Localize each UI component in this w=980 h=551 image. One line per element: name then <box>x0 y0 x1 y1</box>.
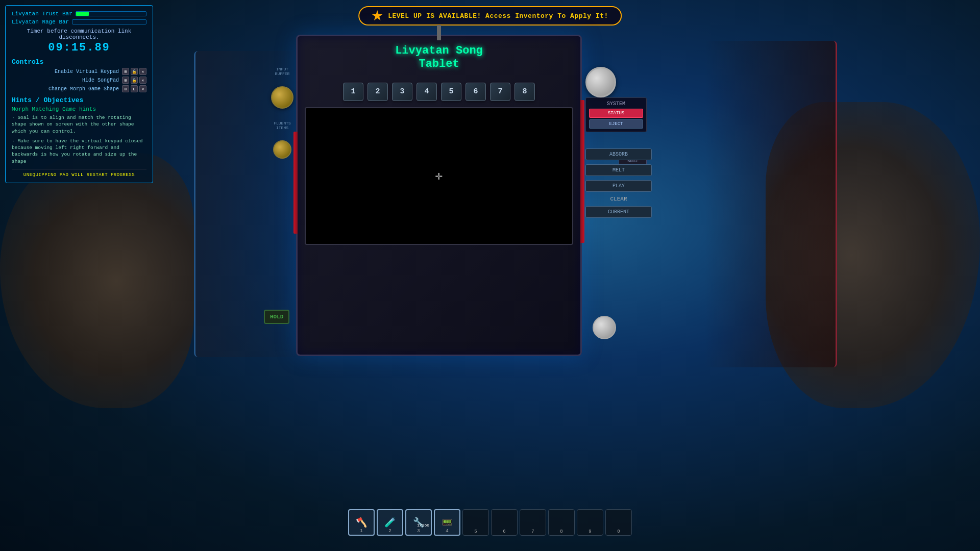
control-row-keypad: Enable Virtual Keypad ⊞ 🔒 ✕ <box>12 68 146 75</box>
hotbar-num-4: 4 <box>446 529 448 534</box>
rage-bar-label: Livyatan Rage Bar <box>12 19 69 25</box>
key-icon-4: ⊞ <box>122 77 129 84</box>
hud-panel: Livyatan Trust Bar Livyatan Rage Bar Tim… <box>5 5 153 183</box>
key-icon-6: ✕ <box>139 77 146 84</box>
hotbar-slot-1[interactable]: 🪓 1 <box>348 509 375 536</box>
control-keys-keypad: ⊞ 🔒 ✕ <box>122 68 146 75</box>
system-eject-btn[interactable]: EJECT <box>589 119 643 129</box>
right-button-panel: ABSORB MELT PLAY CLEAR CURRENT <box>585 148 652 218</box>
crosshair-icon: ✛ <box>435 168 443 183</box>
levelup-banner[interactable]: LEVEL UP IS AVAILABLE! Access Inventory … <box>358 6 622 26</box>
axe-icon: 🪓 <box>356 517 367 528</box>
control-keys-morph: ⊞ E ✕ <box>122 85 146 92</box>
hotbar-num-8: 8 <box>560 529 562 534</box>
num-btn-3[interactable]: 3 <box>392 83 412 101</box>
num-btn-8[interactable]: 8 <box>514 83 535 101</box>
control-row-hide: Hide SongPad ⊞ 🔒 ✕ <box>12 77 146 84</box>
hotbar-slot-3[interactable]: 🔧 1/260 3 <box>405 509 432 536</box>
num-btn-5[interactable]: 5 <box>441 83 461 101</box>
num-btn-7[interactable]: 7 <box>490 83 510 101</box>
hotbar-num-0: 0 <box>617 529 620 534</box>
control-label-hide: Hide SongPad <box>12 78 119 83</box>
trust-bar-fill <box>76 12 89 16</box>
play-button[interactable]: PLAY <box>585 180 652 192</box>
current-button[interactable]: CURRENT <box>585 206 652 218</box>
hints-title: Hints / Objectives <box>12 96 146 104</box>
right-device-frame <box>704 41 837 367</box>
timer-value: 09:15.89 <box>12 41 146 54</box>
trust-bar-label: Livyatan Trust Bar <box>12 11 72 17</box>
hotbar-slot-4[interactable]: 📟 4 <box>434 509 460 536</box>
hotbar-slot-9[interactable]: 9 <box>577 509 603 536</box>
hint-text-1: · Goal is to align and match the rotatin… <box>12 114 146 135</box>
hotbar-num-1: 1 <box>360 529 362 534</box>
absorb-button[interactable]: ABSORB <box>585 148 652 160</box>
hint-text-2: · Make sure to have the virtual keypad c… <box>12 138 146 165</box>
hotbar-slot-5[interactable]: 5 <box>462 509 489 536</box>
tablet-screen: ✛ <box>305 107 573 245</box>
potion-icon: 🧪 <box>384 517 396 528</box>
key-icon-9: ✕ <box>139 85 146 92</box>
tablet-header: Livyatan Song Tablet <box>298 36 580 77</box>
hotbar-num-7: 7 <box>531 529 534 534</box>
number-buttons-row: 1 2 3 4 5 6 7 8 <box>298 79 580 105</box>
hotbar-slot-2[interactable]: 🧪 2 <box>377 509 403 536</box>
knob-top[interactable] <box>271 86 293 109</box>
hotbar-slot-6[interactable]: 6 <box>491 509 518 536</box>
key-icon-2: 🔒 <box>131 68 138 75</box>
system-label: SYSTEM <box>589 101 643 107</box>
levelup-icon <box>372 10 383 21</box>
bottom-right-knob[interactable] <box>593 316 616 339</box>
tablet-title-line2: Tablet <box>419 58 459 70</box>
key-icon-7: ⊞ <box>122 85 129 92</box>
warning-text: UNEQUIPPING PAD WILL RESTART PROGRESS <box>12 169 146 178</box>
key-icon-5: 🔒 <box>131 77 138 84</box>
knob-bottom[interactable] <box>273 140 291 159</box>
right-accent-bar <box>580 100 584 243</box>
levelup-text: LEVEL UP IS AVAILABLE! Access Inventory … <box>388 12 608 20</box>
key-icon-3: ✕ <box>139 68 146 75</box>
left-knob-panel: INPUTBUFFER FLUENTSITEMS <box>271 67 293 159</box>
tablet-device: INPUTBUFFER FLUENTSITEMS SYSTEM STATUS E… <box>296 35 582 356</box>
num-btn-4[interactable]: 4 <box>416 83 437 101</box>
num-btn-6[interactable]: 6 <box>465 83 486 101</box>
hotbar-num-3: 3 <box>417 529 420 534</box>
num-btn-1[interactable]: 1 <box>343 83 363 101</box>
hotbar-num-2: 2 <box>388 529 391 534</box>
system-status-btn[interactable]: STATUS <box>589 109 643 118</box>
system-panel: SYSTEM STATUS EJECT <box>585 97 647 132</box>
fluents-label: FLUENTSITEMS <box>274 121 291 130</box>
hotbar-num-9: 9 <box>589 529 591 534</box>
rage-bar-container <box>72 19 146 24</box>
key-icon-8: E <box>131 85 138 92</box>
clear-label: CLEAR <box>585 196 652 202</box>
melt-button[interactable]: MELT <box>585 164 652 176</box>
hotbar-num-5: 5 <box>474 529 477 534</box>
input-buffer-label: INPUTBUFFER <box>275 67 290 76</box>
control-label-keypad: Enable Virtual Keypad <box>12 69 119 74</box>
control-keys-hide: ⊞ 🔒 ✕ <box>122 77 146 84</box>
device-icon: 📟 <box>442 517 453 528</box>
key-icon-1: ⊞ <box>122 68 129 75</box>
hotbar-num-6: 6 <box>503 529 505 534</box>
control-row-morph: Change Morph Game Shape ⊞ E ✕ <box>12 85 146 92</box>
hotbar-slot-8[interactable]: 8 <box>548 509 575 536</box>
hotbar-slot-7[interactable]: 7 <box>520 509 546 536</box>
num-btn-2[interactable]: 2 <box>368 83 388 101</box>
trust-bar-row: Livyatan Trust Bar <box>12 11 146 17</box>
hints-subtitle: Morph Matching Game hints <box>12 106 146 112</box>
controls-title: Controls <box>12 58 146 66</box>
left-accent-bar <box>293 132 298 234</box>
tablet-title-line1: Livyatan Song <box>395 44 483 57</box>
hold-button[interactable]: HOLD <box>264 310 289 324</box>
hotbar-count-3: 1/260 <box>417 523 429 528</box>
rage-bar-row: Livyatan Rage Bar <box>12 19 146 25</box>
trust-bar-container <box>76 11 146 16</box>
hotbar-slot-0[interactable]: 0 <box>605 509 632 536</box>
hotbar: 🪓 1 🧪 2 🔧 1/260 3 📟 4 5 6 7 8 9 0 <box>348 509 632 536</box>
timer-label: Timer before communication link disconne… <box>12 28 146 40</box>
big-knob[interactable] <box>585 67 616 97</box>
tablet-title: Livyatan Song Tablet <box>395 44 483 71</box>
control-label-morph: Change Morph Game Shape <box>12 86 119 92</box>
